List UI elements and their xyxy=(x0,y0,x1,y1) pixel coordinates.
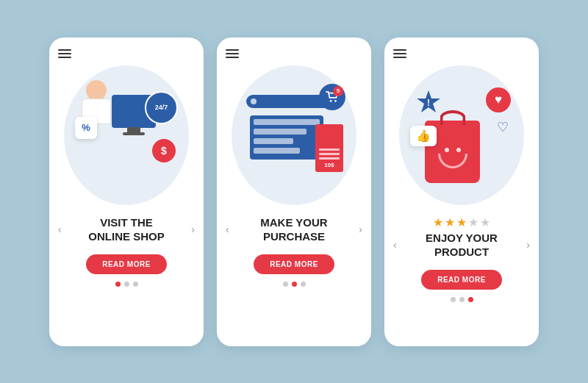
card3-right-arrow[interactable]: › xyxy=(526,239,530,251)
badge-percent: % xyxy=(75,117,97,139)
cart-count: 5 xyxy=(333,86,343,96)
card1-dots xyxy=(115,282,138,287)
card3-nav: ‹ ENJOY YOUR PRODUCT › xyxy=(393,231,530,259)
card3-menu xyxy=(393,49,530,58)
dot-3 xyxy=(133,282,138,287)
dot-2 xyxy=(124,282,129,287)
card2-right-arrow[interactable]: › xyxy=(359,223,362,235)
person-head xyxy=(86,80,107,101)
svg-point-1 xyxy=(334,100,337,102)
dot-2 xyxy=(292,282,297,287)
dot-3 xyxy=(468,297,473,302)
star-5: ★ xyxy=(480,215,490,229)
dot-3 xyxy=(301,282,306,287)
star-1: ★ xyxy=(433,215,443,229)
dot-1 xyxy=(115,282,121,287)
card-enjoy-product: ! ♥ ♡ 👍 xyxy=(384,37,539,346)
badge-247: 24/7 xyxy=(145,91,178,124)
monitor-base xyxy=(123,132,145,135)
bag-handle xyxy=(440,110,465,125)
card2-title: MAKE YOUR PURCHASE xyxy=(229,215,359,244)
badge-dollar: $ xyxy=(152,139,176,162)
hamburger-icon[interactable] xyxy=(58,49,71,58)
dot-1 xyxy=(451,297,456,302)
receipt-price: 10$ xyxy=(324,162,334,168)
cards-container: 24/7 % $ ‹ VISIT THE ONLINE SHOP › READ … xyxy=(49,37,539,346)
star-2: ★ xyxy=(445,215,455,229)
card1-right-arrow[interactable]: › xyxy=(191,223,195,235)
heart-filled-icon: ♥ xyxy=(486,87,511,112)
svg-point-0 xyxy=(330,100,332,102)
card1-title: VISIT THE ONLINE SHOP xyxy=(62,215,192,244)
bag-smile xyxy=(438,154,467,168)
card-visit-shop: 24/7 % $ ‹ VISIT THE ONLINE SHOP › READ … xyxy=(49,37,204,346)
star-4: ★ xyxy=(468,215,478,229)
hamburger-icon-2[interactable] xyxy=(226,49,239,58)
product-display xyxy=(250,115,323,160)
card3-read-more-button[interactable]: READ MORE xyxy=(421,270,502,290)
receipt: 10$ xyxy=(315,124,343,172)
card1-illustration: 24/7 % $ xyxy=(64,65,189,205)
card1-nav: ‹ VISIT THE ONLINE SHOP › xyxy=(58,215,195,244)
card3-dots xyxy=(451,297,473,302)
heart-outline-icon: ♡ xyxy=(492,117,513,137)
svg-text:!: ! xyxy=(427,98,430,108)
alert-badge: ! xyxy=(415,89,442,115)
dot-2 xyxy=(459,297,465,302)
card2-nav: ‹ MAKE YOUR PURCHASE › xyxy=(226,215,362,244)
cart-badge: 5 xyxy=(319,84,345,110)
card2-illustration: 10$ 5 xyxy=(232,65,356,205)
rating-stars: ★ ★ ★ ★ ★ xyxy=(433,215,490,229)
card3-title: ENJOY YOUR PRODUCT xyxy=(397,231,527,259)
card2-dots xyxy=(283,282,306,287)
card1-read-more-button[interactable]: READ MORE xyxy=(86,254,167,274)
card3-illustration: ! ♥ ♡ 👍 xyxy=(399,65,524,205)
dot-1 xyxy=(283,282,288,287)
thumbs-up-icon: 👍 xyxy=(410,126,437,146)
star-3: ★ xyxy=(456,215,467,229)
card2-menu xyxy=(226,49,362,58)
bag-eyes xyxy=(445,148,461,152)
card-make-purchase: 10$ 5 ‹ MAKE YOUR PURCHASE › xyxy=(217,37,371,346)
card2-read-more-button[interactable]: READ MORE xyxy=(254,254,334,274)
hamburger-icon-3[interactable] xyxy=(393,49,406,58)
card1-menu xyxy=(58,49,195,58)
